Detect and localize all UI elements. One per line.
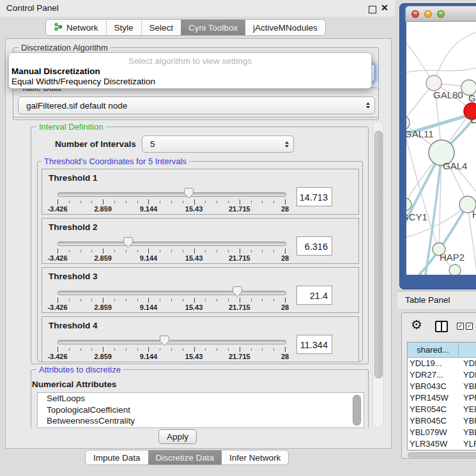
table-hscrollbar-track[interactable] bbox=[407, 452, 476, 458]
tab-cyni-toolbox[interactable]: Cyni Toolbox bbox=[181, 20, 245, 35]
combobox-value: galFiltered.sif default node bbox=[26, 101, 127, 111]
table-row[interactable]: YBR043C YBR043C bbox=[408, 381, 476, 392]
table-header-row: shared... name bbox=[408, 342, 476, 358]
node-label-gal80: GAL80 bbox=[433, 89, 463, 100]
tick-label: 15.43 bbox=[185, 303, 203, 311]
threshold-slider-thumb[interactable] bbox=[123, 237, 133, 248]
gear-icon[interactable]: ⚙ bbox=[411, 317, 422, 332]
table-row[interactable]: YPR145W YPR145W bbox=[408, 392, 476, 404]
split-view-icon[interactable] bbox=[435, 321, 448, 332]
checkbox-icon[interactable]: ✓ bbox=[457, 323, 464, 330]
threshold-slider-thumb[interactable] bbox=[184, 188, 194, 199]
numerical-attributes-label: Numerical Attributes bbox=[32, 380, 116, 389]
node-label-ga: GA bbox=[468, 93, 476, 104]
threshold-value-field[interactable]: 6.316 bbox=[296, 236, 332, 256]
node-label-gal4: GAL4 bbox=[443, 160, 467, 171]
cell-name: YER054C bbox=[459, 404, 476, 415]
network-icon bbox=[54, 22, 63, 33]
table-data-combobox[interactable]: galFiltered.sif default node bbox=[18, 96, 375, 114]
tab-infer-network[interactable]: Infer Network bbox=[222, 450, 288, 464]
cell-shared-name: YDL19... bbox=[408, 358, 459, 369]
slider-ticks bbox=[58, 249, 285, 254]
stepper-icon bbox=[285, 141, 289, 148]
network-view-window[interactable]: GAL80 GA C GAL11 GAL4 GCY1 H HAP2 bbox=[399, 3, 476, 289]
apply-button[interactable]: Apply bbox=[158, 429, 197, 444]
attribute-items: SelfLoopsTopologicalCoefficientBetweenne… bbox=[38, 393, 364, 427]
network-window-titlebar[interactable] bbox=[405, 6, 476, 22]
close-icon[interactable]: ✕ bbox=[381, 3, 388, 13]
tab-label: Infer Network bbox=[229, 453, 280, 463]
numerical-attributes-list: SelfLoopsTopologicalCoefficientBetweenne… bbox=[37, 392, 364, 428]
table-row[interactable]: YIL052C YIL052C bbox=[408, 450, 476, 450]
settings-scrollbar-thumb[interactable] bbox=[374, 131, 383, 378]
table-row[interactable]: YBL079W YBL079W bbox=[408, 427, 476, 438]
tick-label: 9.144 bbox=[140, 303, 158, 311]
attributes-scrollbar-thumb[interactable] bbox=[353, 395, 361, 426]
table-panel-titlebar: Table Panel bbox=[397, 291, 476, 310]
tab-discretize-data[interactable]: Discretize Data bbox=[148, 450, 222, 464]
attribute-list-item[interactable]: TopologicalCoefficient bbox=[38, 404, 364, 416]
threshold-slider-thumb[interactable] bbox=[233, 286, 242, 297]
table-hscrollbar-thumb[interactable] bbox=[408, 452, 476, 457]
table-row[interactable]: YDR27... YDR27... bbox=[408, 369, 476, 381]
threshold-row: Threshold 3 -3.4262.8599.14415.4321.7152… bbox=[42, 267, 359, 313]
node-gal80[interactable] bbox=[426, 75, 441, 91]
minimize-traffic-light-icon[interactable] bbox=[424, 10, 432, 18]
tab-label: jActiveMNodules bbox=[253, 23, 318, 33]
tab-label: Cyni Toolbox bbox=[188, 23, 238, 33]
table-body: YDL19... YDL19... YDR27... YDR27... YBR0… bbox=[408, 358, 476, 450]
float-window-icon[interactable] bbox=[369, 6, 376, 13]
tab-network[interactable]: Network bbox=[46, 20, 106, 35]
column-header-shared-name[interactable]: shared... bbox=[408, 342, 459, 358]
cell-name: YDR27... bbox=[459, 369, 476, 381]
threshold-slider-thumb[interactable] bbox=[160, 335, 169, 346]
threshold-label: Threshold 2 bbox=[49, 222, 98, 232]
table-row[interactable]: YLR345W YLR345W bbox=[408, 438, 476, 450]
tick-label: -3.426 bbox=[47, 303, 67, 311]
node-bottom[interactable] bbox=[449, 265, 461, 275]
node-label-h: H bbox=[472, 209, 476, 220]
attribute-list-item[interactable]: BetweennessCentrality bbox=[38, 415, 364, 427]
tick-label: 28 bbox=[281, 205, 289, 213]
network-canvas[interactable]: GAL80 GA C GAL11 GAL4 GCY1 H HAP2 bbox=[406, 22, 476, 275]
number-of-intervals-label: Number of Intervals bbox=[55, 139, 136, 149]
threshold-list: Threshold 1 -3.4262.8599.14415.4321.7152… bbox=[42, 169, 359, 365]
threshold-label: Threshold 3 bbox=[49, 272, 98, 281]
node-label-gcy1: GCY1 bbox=[406, 211, 427, 222]
tab-jactivemnodules[interactable]: jActiveMNodules bbox=[245, 20, 325, 35]
table-panel: ⚙ ✓ ✓ shared... name YDL19... YDL19... Y… bbox=[401, 312, 476, 459]
tab-impute-data[interactable]: Impute Data bbox=[86, 450, 148, 464]
tick-label: -3.426 bbox=[47, 353, 67, 360]
popup-option-equal-width-frequency[interactable]: Equal Width/Frequency Discretization bbox=[11, 77, 369, 86]
cell-shared-name: YPR145W bbox=[408, 392, 459, 404]
group-label: Discretization Algorithm bbox=[19, 43, 111, 52]
attribute-list-item[interactable]: SelfLoops bbox=[38, 393, 364, 404]
number-of-intervals-combobox[interactable]: 5 bbox=[142, 135, 294, 153]
cell-shared-name: YIL052C bbox=[408, 450, 459, 450]
group-label: Interval Definition bbox=[36, 122, 105, 132]
threshold-value-field[interactable]: 11.344 bbox=[296, 335, 332, 354]
tab-style[interactable]: Style bbox=[106, 20, 141, 35]
popup-option-manual-discretization[interactable]: Manual Discretization bbox=[11, 66, 369, 76]
table-row[interactable]: YER054C YER054C bbox=[408, 404, 476, 415]
tab-label: Style bbox=[114, 23, 134, 33]
tick-label: 15.43 bbox=[185, 205, 203, 213]
slider-ticks bbox=[58, 298, 285, 303]
tick-label: -3.426 bbox=[47, 205, 67, 213]
tick-label: 15.43 bbox=[185, 353, 203, 360]
tab-select[interactable]: Select bbox=[141, 20, 181, 35]
table-row[interactable]: YBR045C YBR045C bbox=[408, 415, 476, 427]
panel-title: Control Panel bbox=[6, 3, 59, 13]
node-label-hap2: HAP2 bbox=[440, 252, 464, 263]
threshold-value-field[interactable]: 21.4 bbox=[296, 286, 332, 305]
combobox-value: 5 bbox=[150, 139, 155, 149]
tick-label: 9.144 bbox=[140, 254, 158, 262]
close-traffic-light-icon[interactable] bbox=[411, 10, 419, 18]
cell-name: YLR345W bbox=[459, 438, 476, 450]
threshold-value-field[interactable]: 14.713 bbox=[296, 187, 332, 206]
table-row[interactable]: YDL19... YDL19... bbox=[408, 358, 476, 369]
cell-shared-name: YBL079W bbox=[408, 427, 459, 438]
checkbox-icon[interactable]: ✓ bbox=[466, 323, 473, 330]
zoom-traffic-light-icon[interactable] bbox=[437, 10, 445, 18]
column-header-name[interactable]: name bbox=[459, 342, 476, 358]
